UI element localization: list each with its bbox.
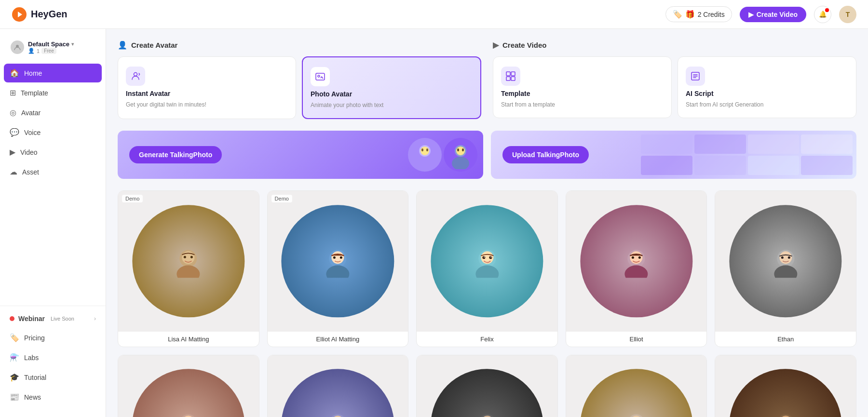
- user-avatar-button[interactable]: T: [839, 6, 856, 23]
- sidebar-template-label: Template: [21, 89, 48, 97]
- ai-script-icon: [686, 67, 705, 86]
- svg-point-50: [788, 256, 790, 259]
- banner-avatar-female: [408, 138, 442, 172]
- notification-dot: [825, 8, 829, 12]
- sidebar-item-asset[interactable]: ☁ Asset: [4, 162, 102, 181]
- avatar-img-felix: [417, 191, 557, 332]
- svg-rect-7: [511, 72, 515, 76]
- instant-avatar-card[interactable]: Instant Avatar Get your digital twin in …: [118, 56, 296, 119]
- avatar-card-elliot-ai[interactable]: Demo Elliot AI Matting: [267, 190, 409, 347]
- generate-talking-photo-button[interactable]: Generate TalkingPhoto: [129, 146, 222, 163]
- svg-point-30: [326, 266, 349, 278]
- svg-point-17: [421, 148, 423, 151]
- sidebar-item-voice[interactable]: 💬 Voice: [4, 123, 102, 142]
- avatar-card-lisa-ai[interactable]: Demo Lisa AI Matting: [118, 190, 259, 347]
- instant-avatar-icon: [126, 67, 145, 86]
- ai-script-card[interactable]: AI Script Start from AI script Generatio…: [678, 56, 856, 118]
- asset-icon: ☁: [10, 167, 17, 176]
- sidebar-item-template[interactable]: ⊞ Template: [4, 83, 102, 102]
- sidebar-item-tutorial[interactable]: 🎓 Tutorial: [4, 368, 102, 387]
- svg-point-32: [333, 256, 336, 259]
- avatar-circle-elliot: [580, 205, 692, 317]
- news-icon: 📰: [10, 392, 19, 402]
- avatar-name-elliot-ai: Elliot AI Matting: [268, 332, 408, 347]
- sidebar-item-avatar[interactable]: ◎ Avatar: [4, 103, 102, 122]
- avatar-card-liam[interactable]: Liam: [267, 355, 409, 417]
- banner-photo-1: [641, 135, 692, 154]
- demo-badge-elliot-ai: Demo: [271, 195, 292, 202]
- workspace-chevron-icon: ▾: [71, 41, 74, 47]
- sidebar-item-home[interactable]: 🏠 Home: [4, 64, 102, 82]
- logo-text: HeyGen: [31, 9, 68, 20]
- svg-point-27: [184, 256, 186, 258]
- svg-point-45: [638, 256, 641, 259]
- avatar-card-harry[interactable]: Harry: [416, 355, 558, 417]
- avatar-card-shakespeare[interactable]: Shakespeare: [715, 355, 856, 417]
- banner-photo-4: [801, 135, 853, 154]
- photo-avatar-card[interactable]: Photo Avatar Animate your photo with tex…: [302, 56, 481, 119]
- create-video-button[interactable]: ▶ Create Video: [740, 7, 806, 22]
- webinar-label: Webinar: [18, 315, 45, 323]
- webinar-status: Live Soon: [51, 316, 74, 322]
- avatar-card-elliot[interactable]: Elliot: [566, 190, 707, 347]
- avatar-circle-elliot-ai: [282, 205, 394, 317]
- sidebar-item-labs[interactable]: ⚗️ Labs: [4, 348, 102, 367]
- photo-avatar-icon: [311, 67, 330, 86]
- svg-point-49: [781, 256, 784, 259]
- create-avatar-header: 👤 Create Avatar: [118, 40, 481, 50]
- svg-point-20: [452, 157, 469, 169]
- avatar-circle-harry: [431, 369, 543, 417]
- plan-badge: Free: [41, 48, 56, 54]
- logo: HeyGen: [12, 7, 68, 22]
- avatar-circle-lisa-ai: [132, 205, 244, 317]
- create-avatar-section: 👤 Create Avatar Instant Avatar Get your …: [118, 40, 481, 119]
- photo-avatar-title: Photo Avatar: [311, 90, 473, 98]
- svg-rect-4: [316, 73, 325, 80]
- sidebar-nav: 🏠 Home ⊞ Template ◎ Avatar 💬 Voice ▶ Vid…: [0, 64, 106, 302]
- avatar-card-olivia[interactable]: Olivia: [118, 355, 259, 417]
- instant-avatar-desc: Get your digital twin in minutes!: [126, 101, 288, 108]
- banner-avatar-previews: [408, 131, 483, 179]
- webinar-chevron-icon: ›: [94, 315, 96, 322]
- sidebar-home-label: Home: [24, 69, 42, 77]
- avatar-img-lisa: [566, 355, 707, 417]
- app-body: Default Space ▾ 👤 1 Free 🏠 Home ⊞ Tem: [0, 29, 868, 417]
- logo-icon: [12, 7, 27, 22]
- avatar-circle-liam: [282, 369, 394, 417]
- sidebar-item-video[interactable]: ▶ Video: [4, 143, 102, 161]
- avatar-circle-lisa: [580, 369, 692, 417]
- create-sections-row: 👤 Create Avatar Instant Avatar Get your …: [118, 40, 856, 119]
- avatar-img-harry: [417, 355, 557, 417]
- avatar-name-felix: Felix: [417, 332, 557, 347]
- avatar-card-ethan[interactable]: Ethan: [715, 190, 856, 347]
- svg-point-3: [134, 73, 137, 76]
- svg-rect-6: [506, 72, 510, 76]
- svg-point-37: [482, 256, 485, 259]
- sidebar-asset-label: Asset: [22, 168, 39, 176]
- avatar-img-shakespeare: [715, 355, 856, 417]
- sidebar-item-pricing[interactable]: 🏷️ Pricing: [4, 328, 102, 347]
- template-card-desc: Start from a template: [501, 101, 664, 108]
- home-icon: 🏠: [10, 68, 19, 78]
- workspace-section: Default Space ▾ 👤 1 Free: [0, 35, 106, 64]
- workspace-selector[interactable]: Default Space ▾ 👤 1 Free: [8, 39, 98, 56]
- avatar-card-felix[interactable]: Felix: [416, 190, 558, 347]
- webinar-item[interactable]: Webinar Live Soon ›: [4, 310, 102, 327]
- template-card[interactable]: Template Start from a template: [493, 56, 672, 118]
- workspace-info: Default Space ▾ 👤 1 Free: [28, 40, 95, 54]
- svg-point-47: [774, 266, 797, 278]
- avatar-circle-shakespeare: [730, 369, 842, 417]
- workspace-users: 1: [37, 48, 40, 54]
- avatar-card-lisa[interactable]: Lisa: [566, 355, 707, 417]
- credits-button[interactable]: 🏷️ 🎁 2 Credits: [665, 6, 732, 22]
- upload-banner: Upload TalkingPhoto: [491, 131, 856, 179]
- notification-button[interactable]: 🔔: [814, 6, 831, 23]
- sidebar-item-news[interactable]: 📰 News: [4, 388, 102, 406]
- svg-rect-8: [506, 77, 510, 81]
- sidebar-pricing-label: Pricing: [24, 334, 45, 342]
- banner-photo-5: [641, 156, 692, 175]
- create-video-header-icon: ▶: [493, 40, 499, 50]
- avatar-img-lisa-ai: Demo: [118, 191, 259, 332]
- svg-point-25: [177, 266, 200, 278]
- upload-talking-photo-button[interactable]: Upload TalkingPhoto: [502, 146, 589, 163]
